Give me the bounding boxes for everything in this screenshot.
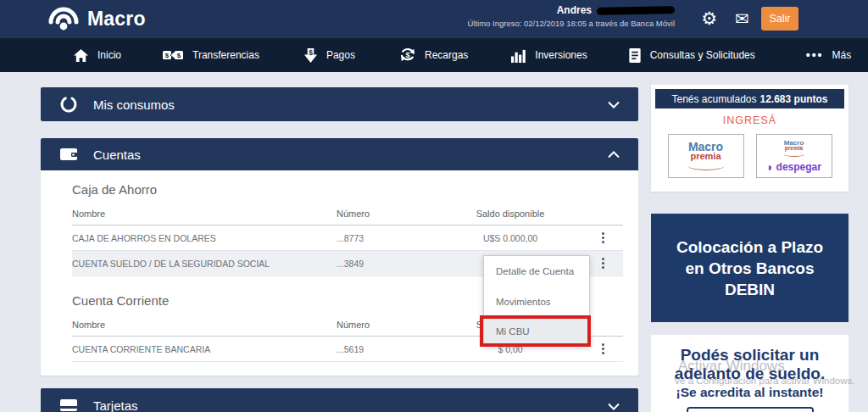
account-number: ...8773 bbox=[337, 233, 438, 243]
points-panel: Tenés acumulados 12.683 puntos INGRESÁ M… bbox=[651, 85, 849, 192]
top-header: Macro Andres Último Ingreso: 02/12/2019 … bbox=[0, 0, 868, 38]
debin-banner[interactable]: Colocación a Plazo en Otros Bancos DEBIN bbox=[651, 214, 849, 322]
banking-page: Macro Andres Último Ingreso: 02/12/2019 … bbox=[0, 0, 868, 412]
section-cuentas[interactable]: Cuentas bbox=[41, 138, 638, 170]
nav-item-mas[interactable]: ••• Más bbox=[806, 48, 851, 62]
section-tarjetas[interactable]: Tarjetas bbox=[41, 388, 638, 412]
payments-icon: $ bbox=[303, 47, 318, 64]
card-icon bbox=[59, 398, 78, 412]
account-number: ...5619 bbox=[337, 344, 438, 354]
nav-item-inicio[interactable]: Inicio bbox=[73, 48, 121, 63]
section-title: Mis consumos bbox=[93, 97, 175, 112]
nav-item-transferencias[interactable]: $ $ Transferencias bbox=[162, 47, 259, 63]
table-header-row: Nombre Número Saldo disponible bbox=[72, 202, 623, 225]
kebab-menu-icon[interactable] bbox=[599, 255, 607, 271]
account-name: CUENTA CORRIENTE BANCARIA bbox=[72, 344, 337, 354]
chevron-down-icon[interactable] bbox=[608, 398, 620, 412]
macro-premia-despegar-logo[interactable]: Macro premia ◗ despegar bbox=[756, 134, 832, 178]
table-row[interactable]: CAJA DE AHORROS EN DOLARES ...8773 U$S 0… bbox=[72, 225, 623, 251]
section-title: Cuentas bbox=[93, 148, 141, 162]
red-annotation-box bbox=[480, 315, 591, 347]
points-value: 12.683 puntos bbox=[760, 93, 828, 105]
menu-item-detalle-de-cuenta[interactable]: Detalle de Cuenta bbox=[484, 256, 589, 287]
account-name: CAJA DE AHORROS EN DOLARES bbox=[72, 233, 337, 243]
premia-arc bbox=[784, 152, 804, 157]
logout-button[interactable]: Salir bbox=[761, 7, 798, 31]
points-summary: Tenés acumulados 12.683 puntos bbox=[655, 89, 844, 109]
premia-arc bbox=[688, 162, 724, 170]
despegar-logo: ◗ despegar bbox=[766, 161, 821, 173]
transfer-icon: $ $ bbox=[162, 47, 184, 63]
despegar-icon: ◗ bbox=[766, 161, 773, 173]
gear-icon[interactable]: ⚙ bbox=[701, 8, 717, 29]
home-icon bbox=[73, 48, 89, 63]
nav-item-recargas[interactable]: $ Recargas bbox=[399, 47, 468, 64]
nav-item-consultas[interactable]: Consultas y Solicitudes bbox=[628, 47, 755, 64]
recharge-icon: $ bbox=[399, 47, 416, 64]
group-heading-caja-ahorro: Caja de Ahorro bbox=[72, 182, 623, 197]
kebab-menu-icon[interactable] bbox=[599, 341, 607, 357]
document-icon bbox=[628, 47, 642, 64]
chevron-down-icon[interactable] bbox=[608, 97, 620, 112]
ingresa-link[interactable]: INGRESÁ bbox=[651, 114, 849, 126]
svg-text:$: $ bbox=[177, 52, 181, 59]
ellipsis-icon: ••• bbox=[806, 48, 824, 62]
adelanto-banner[interactable]: Podés solicitar un adelanto de sueldo. ¡… bbox=[651, 335, 849, 412]
macro-arc-icon bbox=[47, 4, 81, 35]
last-login-text: Último Ingreso: 02/12/2019 18:05 a travé… bbox=[420, 19, 675, 28]
main-nav: Inicio $ $ Transferencias $ Pa bbox=[0, 38, 868, 72]
user-name: Andres bbox=[420, 4, 675, 16]
account-balance: U$S 0.000,00 bbox=[438, 233, 582, 243]
svg-text:$: $ bbox=[405, 51, 409, 59]
account-number: ...3849 bbox=[337, 259, 438, 269]
account-name: CUENTA SUELDO / DE LA SEGURIDAD SOCIAL bbox=[72, 259, 337, 269]
partner-logos: Macro premia Macro premia ◗ despegar bbox=[651, 134, 849, 178]
section-mis-consumos[interactable]: Mis consumos bbox=[41, 87, 638, 121]
macro-logo[interactable]: Macro bbox=[47, 4, 146, 35]
menu-item-movimientos[interactable]: Movimientos bbox=[484, 287, 589, 317]
envelope-icon[interactable]: ✉ bbox=[735, 8, 749, 29]
redaction-scribble bbox=[597, 6, 675, 15]
macro-premia-logo[interactable]: Macro premia bbox=[668, 134, 744, 178]
section-title: Tarjetas bbox=[93, 398, 138, 412]
wallet-icon bbox=[59, 147, 78, 162]
nav-item-pagos[interactable]: $ Pagos bbox=[303, 47, 355, 64]
adelanto-button[interactable] bbox=[687, 407, 814, 412]
investments-icon bbox=[510, 48, 526, 63]
brand-name: Macro bbox=[87, 8, 146, 31]
nav-item-inversiones[interactable]: Inversiones bbox=[510, 48, 587, 63]
chevron-up-icon[interactable] bbox=[608, 147, 620, 162]
ring-icon bbox=[59, 95, 78, 114]
kebab-menu-icon[interactable] bbox=[599, 230, 607, 246]
user-info: Andres Último Ingreso: 02/12/2019 18:05 … bbox=[420, 4, 675, 28]
svg-text:$: $ bbox=[165, 52, 170, 59]
svg-text:$: $ bbox=[309, 47, 313, 56]
